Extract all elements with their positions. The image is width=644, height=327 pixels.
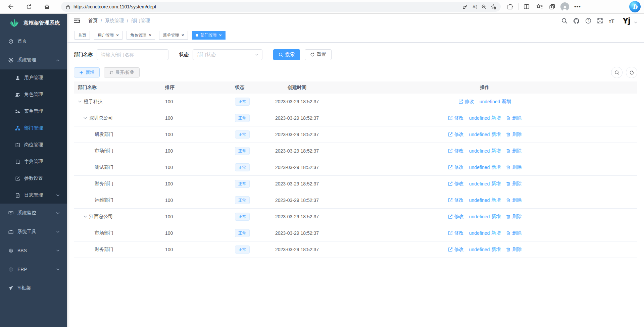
delete-row-button[interactable]: 删除	[506, 181, 522, 187]
edit-icon	[448, 198, 453, 203]
sidebar-item-系统管理[interactable]: 系统管理	[0, 51, 67, 69]
sidebar-item-岗位管理[interactable]: 岗位管理	[0, 137, 67, 153]
add-row-button[interactable]: undefined新增	[469, 148, 501, 154]
dept-name: 深圳总公司	[89, 115, 113, 121]
sidebar-item-BBS[interactable]: BBS	[0, 241, 67, 260]
tab-部门管理[interactable]: 部门管理	[192, 31, 226, 40]
edit-row-button[interactable]: 修改	[448, 197, 464, 203]
tab-角色管理[interactable]: 角色管理	[127, 31, 155, 40]
action-label: 新增	[502, 99, 511, 105]
app-logo-row[interactable]: 意框架管理系统	[0, 14, 67, 32]
add-row-button[interactable]: undefined新增	[469, 164, 501, 170]
split-screen-icon[interactable]	[521, 1, 532, 12]
browser-refresh-button[interactable]	[23, 1, 34, 12]
fullscreen-icon[interactable]	[597, 18, 603, 24]
sidebar-item-系统监控[interactable]: 系统监控	[0, 204, 67, 222]
action-label: 新增	[491, 230, 501, 236]
edit-row-button[interactable]: 修改	[448, 214, 464, 220]
gear-icon	[8, 57, 13, 63]
help-icon[interactable]: ?	[585, 18, 591, 24]
edit-row-button[interactable]: 修改	[448, 230, 464, 236]
close-tab-icon[interactable]	[149, 33, 151, 38]
url-text[interactable]: https://ccnetcore.com:1101/system/dept	[73, 4, 460, 9]
breadcrumb-home[interactable]: 首页	[88, 18, 98, 24]
tab-菜单管理[interactable]: 菜单管理	[159, 31, 188, 40]
sidebar-item-字典管理[interactable]: 字典管理	[0, 153, 67, 170]
add-row-button[interactable]: undefined新增	[469, 230, 501, 236]
sidebar-collapse-button[interactable]	[73, 17, 81, 24]
sidebar-item-label: 系统监控	[17, 210, 36, 216]
user-logo[interactable]: Yj	[623, 16, 630, 25]
delete-row-button[interactable]: 删除	[506, 247, 522, 253]
delete-row-button[interactable]: 删除	[506, 148, 522, 154]
delete-row-button[interactable]: 删除	[506, 197, 522, 203]
add-row-button[interactable]: undefined新增	[469, 131, 501, 138]
breadcrumb-dept[interactable]: 部门管理	[131, 18, 150, 24]
show-search-button[interactable]	[611, 67, 623, 78]
sidebar-item-部门管理[interactable]: 部门管理	[0, 120, 67, 137]
read-aloud-icon[interactable]: A	[470, 2, 479, 11]
tree-expand-caret-icon[interactable]	[78, 100, 84, 104]
text-size-icon[interactable]	[609, 18, 614, 24]
delete-row-button[interactable]: 删除	[506, 131, 522, 138]
delete-row-button[interactable]: 删除	[506, 214, 522, 220]
bing-chat-icon[interactable]	[629, 1, 641, 12]
edit-row-button[interactable]: 修改	[448, 115, 464, 121]
status-select[interactable]: 部门状态	[193, 49, 262, 60]
search-button[interactable]: 搜索	[273, 49, 300, 60]
close-tab-icon[interactable]	[116, 33, 119, 38]
add-dept-button[interactable]: 新增	[74, 67, 100, 77]
sidebar-item-菜单管理[interactable]: 菜单管理	[0, 103, 67, 120]
sidebar-item-Yi框架[interactable]: Yi框架	[0, 279, 67, 297]
actions-cell: 修改undefined新增删除	[332, 214, 637, 220]
close-tab-icon[interactable]	[219, 33, 222, 38]
collections-icon[interactable]	[547, 1, 557, 12]
sidebar-item-系统工具[interactable]: 系统工具	[0, 222, 67, 241]
more-menu-icon[interactable]: •••	[572, 1, 583, 12]
user-menu-caret-icon[interactable]	[634, 21, 637, 24]
add-favorite-star-icon[interactable]	[489, 2, 498, 11]
tab-用户管理[interactable]: 用户管理	[94, 31, 122, 40]
tree-expand-caret-icon[interactable]	[83, 116, 89, 120]
sidebar-item-参数设置[interactable]: 参数设置	[0, 170, 67, 187]
delete-row-button[interactable]: 删除	[506, 115, 522, 121]
add-row-button[interactable]: undefined新增	[469, 181, 501, 187]
password-key-icon[interactable]	[460, 2, 470, 11]
edit-row-button[interactable]: 修改	[448, 164, 464, 170]
add-row-button[interactable]: undefined新增	[469, 247, 501, 253]
add-row-button[interactable]: undefined新增	[469, 115, 501, 121]
favorites-icon[interactable]	[534, 1, 545, 12]
dept-name-input[interactable]	[97, 49, 168, 60]
reset-button[interactable]: 重置	[305, 49, 332, 60]
profile-avatar[interactable]	[559, 1, 570, 12]
edit-row-button[interactable]: 修改	[448, 148, 464, 154]
github-icon[interactable]	[573, 18, 580, 24]
browser-home-button[interactable]	[42, 1, 52, 12]
browser-back-button[interactable]	[5, 1, 16, 12]
address-bar[interactable]: https://ccnetcore.com:1101/system/dept A	[61, 2, 501, 12]
delete-row-button[interactable]: 删除	[506, 230, 522, 236]
header-search-icon[interactable]	[561, 18, 567, 24]
sidebar-item-首页[interactable]: 首页	[0, 32, 67, 51]
edit-row-button[interactable]: 修改	[448, 181, 464, 187]
status-cell: 正常	[235, 147, 262, 155]
zoom-out-icon[interactable]	[479, 2, 489, 11]
expand-collapse-button[interactable]: 展开/折叠	[104, 67, 140, 77]
add-row-button[interactable]: undefined新增	[469, 197, 501, 203]
add-row-button[interactable]: undefined新增	[469, 214, 501, 220]
edit-row-button[interactable]: 修改	[448, 131, 464, 138]
breadcrumb-system[interactable]: 系统管理	[105, 18, 124, 24]
delete-row-button[interactable]: 删除	[506, 164, 522, 170]
sidebar-item-ERP[interactable]: ERP	[0, 260, 67, 279]
sidebar-item-角色管理[interactable]: 角色管理	[0, 86, 67, 103]
extensions-icon[interactable]	[505, 1, 515, 12]
sidebar-item-日志管理[interactable]: 日志管理	[0, 187, 67, 204]
tree-expand-caret-icon[interactable]	[83, 215, 89, 219]
add-row-button[interactable]: undefined新增	[480, 99, 511, 105]
sidebar-item-用户管理[interactable]: 用户管理	[0, 69, 67, 86]
edit-row-button[interactable]: 修改	[458, 99, 474, 105]
tab-首页[interactable]: 首页	[75, 31, 90, 40]
close-tab-icon[interactable]	[181, 33, 184, 38]
refresh-table-button[interactable]	[626, 67, 637, 78]
edit-row-button[interactable]: 修改	[448, 247, 464, 253]
